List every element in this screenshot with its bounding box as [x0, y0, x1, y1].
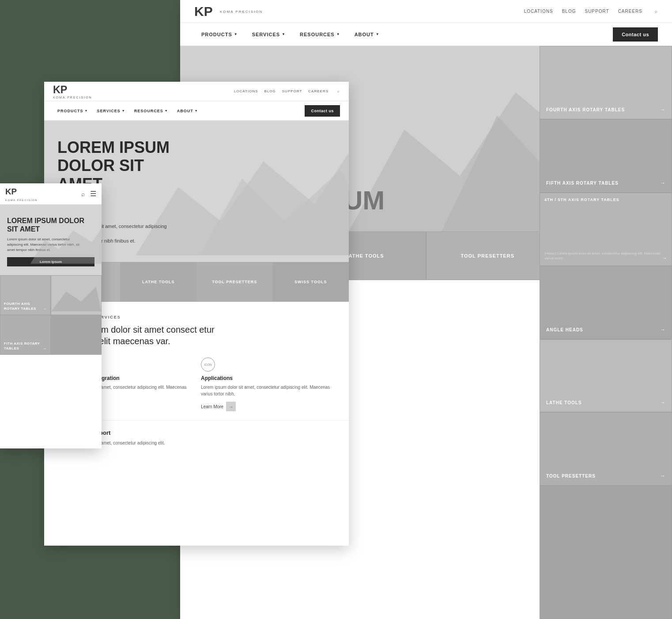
rp-lathe-tools-label: LATHE TOOLS: [546, 400, 582, 406]
back-tile-tool-presetters[interactable]: TOOL PRESETTERS: [426, 232, 549, 280]
back-nav-resources[interactable]: RESOURCES ▼: [293, 32, 347, 37]
mid-tile-swiss-tools-label: SWISS TOOLS: [293, 278, 328, 286]
front-tile-mountain-bg[interactable]: [51, 275, 102, 315]
mid-service2-icon: ICON: [201, 357, 215, 372]
mid-tile-tool-presetters-label: TOOL PRESETTERS: [210, 278, 259, 286]
mid-logo[interactable]: KP KOMA PRECISION: [53, 84, 92, 99]
mid-search-icon[interactable]: ⌕: [337, 89, 340, 93]
back-nav-about[interactable]: ABOUT ▼: [347, 32, 387, 37]
mid-services-caret: ▼: [122, 109, 125, 112]
back-nav-support[interactable]: SUPPORT: [585, 9, 609, 14]
mid-tile-swiss-tools[interactable]: SWISS TOOLS: [273, 262, 349, 302]
kp-logo-icon: KP: [194, 4, 218, 19]
mid-logo-name: KOMA PRECISION: [53, 96, 92, 99]
front-hero-mountains: [30, 205, 102, 275]
mid-learn-more-2-arrow[interactable]: →: [226, 402, 236, 411]
front-tile-fifth-axis-arrow: →: [42, 346, 47, 351]
rp-fifth-axis-label: FIFTH AXIS ROTARY TABLES: [546, 180, 619, 186]
rp-tile-angle-heads[interactable]: ANGLE HEADS →: [540, 266, 672, 339]
mid-tile-lathe-tools[interactable]: LATHE TOOLS: [121, 262, 197, 302]
rp-4th5th-label: 4TH / 5TH AXIS ROTARY TABLES: [544, 197, 667, 202]
rp-tile-tool-presetters[interactable]: TOOL PRESETTERS →: [540, 412, 672, 486]
mid-nav-services[interactable]: SERVICES ▼: [92, 109, 129, 113]
rp-fourth-axis-label: FOURTH AXIS ROTARY TABLES: [546, 107, 625, 113]
rp-angle-heads-arrow: →: [660, 327, 665, 333]
svg-marker-8: [51, 286, 101, 311]
front-window: KP KOMA PRECISION ⌕ ☰ LOREM IPSUM DOLOR …: [0, 183, 102, 448]
mid-nav-about[interactable]: ABOUT ▼: [173, 109, 203, 113]
front-logo-text: KOMA PRECISION: [5, 199, 38, 201]
mid-products-caret: ▼: [85, 109, 88, 112]
front-header-icons: ⌕ ☰: [81, 190, 96, 198]
mid-main-nav: PRODUCTS ▼ SERVICES ▼ RESOURCES ▼ ABOUT …: [44, 101, 349, 121]
mid-nav-locations[interactable]: LOCATIONS: [234, 89, 258, 93]
svg-text:KP: KP: [194, 4, 213, 19]
rp-tile-swiss-tools-right[interactable]: [540, 486, 672, 619]
rp-tile-fifth-axis[interactable]: FIFTH AXIS ROTARY TABLES →: [540, 119, 672, 193]
svg-text:KP: KP: [53, 84, 67, 95]
products-caret: ▼: [234, 32, 238, 36]
back-nav-services[interactable]: SERVICES ▼: [245, 32, 293, 37]
front-tile-fourth-axis-label: FOURTH AXIS ROTARY TABLES: [4, 302, 42, 311]
front-header: KP KOMA PRECISION ⌕ ☰: [0, 183, 102, 205]
front-hero: LOREM IPSUM DOLOR SIT AMET Lorem ipsum d…: [0, 205, 102, 275]
rp-4th5th-hover-text: (Hover) Lorem ipsum dolor sit amet, cons…: [544, 251, 667, 261]
rp-tile-4th5th-axis[interactable]: 4TH / 5TH AXIS ROTARY TABLES (Hover) Lor…: [540, 193, 672, 266]
mid-learn-more-2-text: Learn More: [201, 404, 223, 409]
rp-fifth-axis-arrow: →: [660, 180, 665, 186]
mid-nav-resources[interactable]: RESOURCES ▼: [130, 109, 173, 113]
back-nav-blog[interactable]: BLOG: [562, 9, 576, 14]
mid-resources-caret: ▼: [165, 109, 168, 112]
mid-contact-button[interactable]: Contact us: [305, 105, 340, 117]
back-right-panel: FOURTH AXIS ROTARY TABLES → FIFTH AXIS R…: [540, 46, 672, 619]
mid-top-nav: LOCATIONS BLOG SUPPORT CAREERS ⌕: [234, 89, 340, 93]
resources-caret: ▼: [336, 32, 340, 36]
rp-lathe-tools-arrow: →: [660, 399, 665, 406]
front-tile-fourth-axis[interactable]: FOURTH AXIS ROTARY TABLES →: [0, 275, 51, 315]
front-logo[interactable]: KP KOMA PRECISION: [5, 186, 38, 201]
mid-service-applications: ICON Applications Lorem ipsum dolor sit …: [201, 357, 336, 411]
front-tile-empty[interactable]: [51, 315, 102, 355]
rp-tool-presetters-label: TOOL PRESETTERS: [546, 473, 596, 479]
svg-marker-7: [30, 228, 102, 264]
mid-kp-logo-icon: KP: [53, 84, 72, 96]
mid-about-caret: ▼: [195, 109, 198, 112]
back-tile-tool-presetters-label: TOOL PRESETTERS: [461, 253, 514, 258]
rp-4th5th-arrow: →: [662, 255, 667, 261]
back-search-icon[interactable]: ⌕: [655, 9, 658, 14]
rp-fourth-axis-arrow: →: [660, 106, 665, 113]
front-kp-logo-icon: KP: [5, 186, 21, 198]
back-nav-locations[interactable]: LOCATIONS: [524, 9, 553, 14]
about-caret: ▼: [376, 32, 380, 36]
rp-tile-lathe-tools[interactable]: LATHE TOOLS →: [540, 339, 672, 413]
back-logo-name: KOMA PRECISION: [220, 10, 263, 14]
mid-nav-products[interactable]: PRODUCTS ▼: [53, 109, 92, 113]
mid-nav-careers[interactable]: CAREERS: [308, 89, 328, 93]
back-nav-products[interactable]: PRODUCTS ▼: [194, 32, 245, 37]
back-logo[interactable]: KP KOMA PRECISION: [194, 4, 263, 19]
front-tiles: FOURTH AXIS ROTARY TABLES → FITH AXIS RO…: [0, 275, 102, 355]
mid-service2-desc: Lorem ipsum dolor sit amet, consectetur …: [201, 384, 336, 397]
front-tile-fifth-axis-label: FITH AXIS ROTARY TABLES: [4, 342, 42, 351]
back-nav-careers[interactable]: CAREERS: [618, 9, 642, 14]
back-main-nav: PRODUCTS ▼ SERVICES ▼ RESOURCES ▼ ABOUT …: [180, 23, 672, 46]
back-window-header: KP KOMA PRECISION LOCATIONS BLOG SUPPORT…: [180, 0, 672, 23]
mid-tile-lathe-tools-label: LATHE TOOLS: [140, 278, 177, 286]
rp-tile-fourth-axis[interactable]: FOURTH AXIS ROTARY TABLES →: [540, 46, 672, 119]
rp-tool-presetters-arrow: →: [660, 473, 665, 479]
back-contact-button[interactable]: Contact us: [613, 27, 658, 42]
mid-nav-support[interactable]: SUPPORT: [282, 89, 302, 93]
front-tile-fourth-axis-arrow: →: [42, 306, 47, 311]
svg-text:KP: KP: [5, 187, 17, 196]
rp-angle-heads-label: ANGLE HEADS: [546, 327, 583, 333]
services-caret: ▼: [282, 32, 286, 36]
front-menu-icon[interactable]: ☰: [90, 190, 96, 198]
front-tile-fifth-axis[interactable]: FITH AXIS ROTARY TABLES →: [0, 315, 51, 355]
mid-nav-blog[interactable]: BLOG: [264, 89, 276, 93]
front-search-icon[interactable]: ⌕: [81, 190, 85, 197]
mid-header: KP KOMA PRECISION LOCATIONS BLOG SUPPORT…: [44, 82, 349, 101]
mid-tile-tool-presetters[interactable]: TOOL PRESETTERS: [196, 262, 273, 302]
back-top-nav: LOCATIONS BLOG SUPPORT CAREERS ⌕: [524, 9, 658, 14]
mid-service2-name: Applications: [201, 375, 336, 381]
mid-learn-more-2[interactable]: Learn More →: [201, 402, 336, 411]
